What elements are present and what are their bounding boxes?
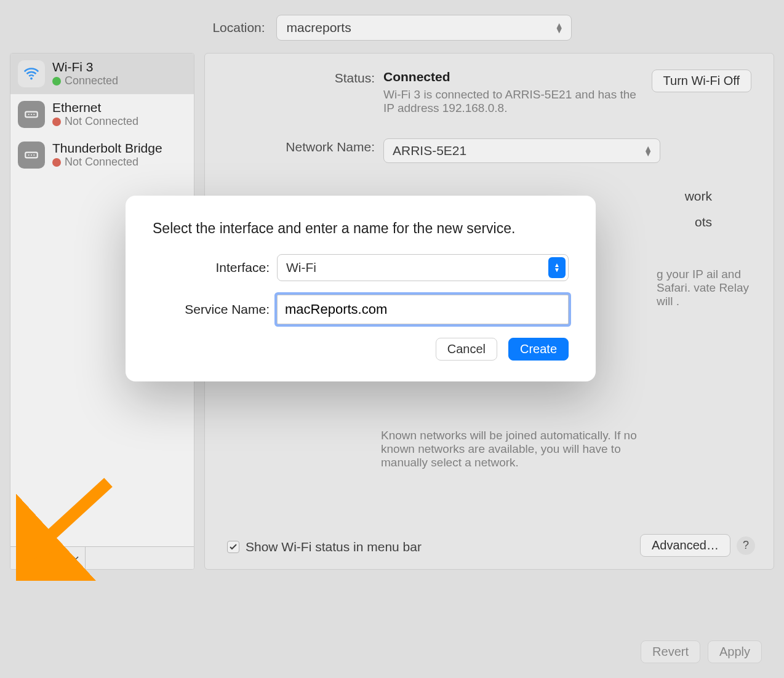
remove-service-button[interactable]: − <box>33 547 55 569</box>
interface-select[interactable]: Wi-Fi ▲▼ <box>277 254 569 281</box>
chevrons-vertical-icon: ▲▼ <box>548 257 566 278</box>
chevrons-vertical-icon: ▲▼ <box>555 23 564 33</box>
status-dot-icon <box>52 158 61 167</box>
svg-point-8 <box>33 154 34 155</box>
svg-point-0 <box>30 77 33 79</box>
wifi-icon <box>18 60 45 87</box>
ethernet-icon <box>18 101 45 128</box>
status-dot-icon <box>52 118 61 126</box>
advanced-button[interactable]: Advanced… <box>640 534 730 557</box>
relay-text: g your IP ail and Safari. vate Relay wil… <box>657 268 749 308</box>
status-value: Connected <box>383 70 450 84</box>
status-description: Wi-Fi 3 is connected to ARRIS-5E21 and h… <box>383 88 643 115</box>
partial-text: work <box>685 189 712 204</box>
svg-point-7 <box>31 154 32 155</box>
interface-label: Interface: <box>153 260 270 275</box>
service-item-wifi[interactable]: Wi-Fi 3 Connected <box>10 54 194 94</box>
thunderbolt-icon <box>18 142 45 169</box>
network-name-label: Network Name: <box>227 138 375 154</box>
turn-wifi-off-button[interactable]: Turn Wi-Fi Off <box>652 70 751 92</box>
service-name-label: Service Name: <box>153 302 270 317</box>
help-icon[interactable]: ? <box>737 536 755 555</box>
service-name: Thunderbolt Bridge <box>52 141 162 156</box>
cancel-button[interactable]: Cancel <box>436 338 497 361</box>
chevrons-vertical-icon: ▲▼ <box>644 146 652 156</box>
network-name-value: ARRIS-5E21 <box>393 143 466 158</box>
service-name-input[interactable] <box>277 295 569 324</box>
dialog-prompt: Select the interface and enter a name fo… <box>153 220 569 237</box>
create-button[interactable]: Create <box>508 338 569 361</box>
add-service-button[interactable]: + <box>10 547 33 569</box>
svg-point-9 <box>64 556 68 560</box>
svg-point-2 <box>28 113 30 114</box>
known-networks-text: Known networks will be joined automatica… <box>381 429 639 469</box>
interface-value: Wi-Fi <box>286 260 316 275</box>
service-status: Connected <box>65 74 118 87</box>
service-status: Not Connected <box>65 115 138 128</box>
svg-point-3 <box>31 113 32 114</box>
service-name: Ethernet <box>52 100 138 115</box>
checkbox-icon[interactable] <box>227 541 239 553</box>
service-name: Wi-Fi 3 <box>52 60 118 74</box>
status-label: Status: <box>227 70 375 86</box>
network-name-select[interactable]: ARRIS-5E21 ▲▼ <box>383 138 660 163</box>
service-item-thunderbolt[interactable]: Thunderbolt Bridge Not Connected <box>10 135 194 175</box>
apply-button[interactable]: Apply <box>708 640 762 663</box>
location-value: macreports <box>287 20 351 35</box>
sidebar-footer: + − <box>10 546 194 569</box>
svg-point-10 <box>62 554 70 562</box>
svg-point-4 <box>33 113 34 114</box>
service-options-button[interactable] <box>55 547 86 569</box>
location-select[interactable]: macreports ▲▼ <box>276 15 572 41</box>
location-label: Location: <box>212 20 265 35</box>
show-menu-label: Show Wi-Fi status in menu bar <box>246 540 422 554</box>
partial-text: ots <box>695 215 712 229</box>
service-status: Not Connected <box>65 156 138 169</box>
service-item-ethernet[interactable]: Ethernet Not Connected <box>10 94 194 135</box>
svg-point-6 <box>28 154 30 155</box>
status-dot-icon <box>52 77 61 86</box>
revert-button[interactable]: Revert <box>641 640 700 663</box>
new-service-dialog: Select the interface and enter a name fo… <box>126 196 596 381</box>
